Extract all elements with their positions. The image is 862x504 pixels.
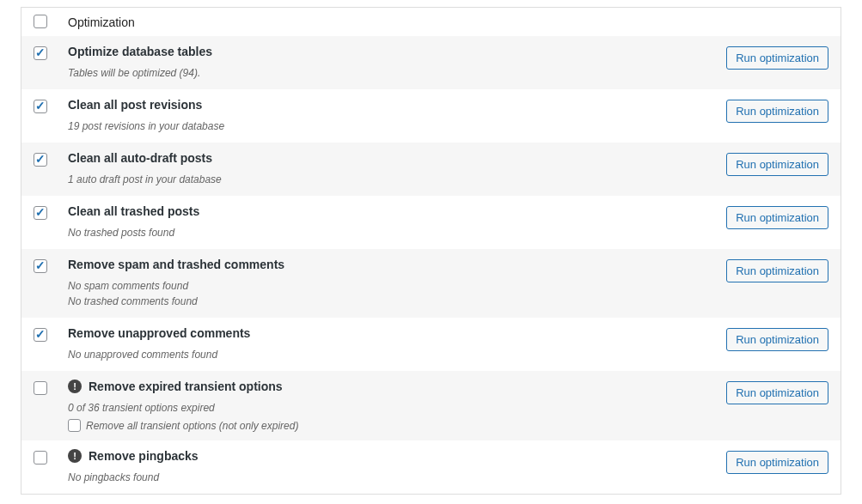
row-title: Optimize database tables [68,45,212,58]
run-optimization-button[interactable]: Run optimization [726,46,828,70]
table-row: Clean all auto-draft posts 1 auto draft … [21,143,841,196]
row-detail: 1 auto draft post in your database [68,172,694,187]
row-title: Remove pingbacks [89,449,199,463]
row-detail: Tables will be optimized (94). [68,65,694,81]
run-optimization-button[interactable]: Run optimization [726,451,828,474]
row-detail: No trashed comments found [68,294,694,309]
table-header: Optimization [21,8,841,36]
run-optimization-button[interactable]: Run optimization [726,381,828,404]
row-checkbox[interactable] [34,381,47,395]
table-row: Optimize database tables Tables will be … [21,36,841,89]
row-title: Remove expired transient options [89,380,283,393]
warning-icon: ! [68,380,82,393]
table-row: Clean all post revisions 19 post revisio… [21,89,841,143]
row-title: Clean all auto-draft posts [68,151,212,165]
warning-icon: ! [68,449,82,463]
run-optimization-button[interactable]: Run optimization [726,328,828,351]
row-detail: 0 of 36 transient options expired [68,400,694,416]
row-checkbox[interactable] [34,46,47,60]
table-row: Remove spam and trashed comments No spam… [21,249,841,318]
table-row: Clean all trashed posts No trashed posts… [21,196,841,249]
run-optimization-button[interactable]: Run optimization [726,259,828,282]
run-optimization-button[interactable]: Run optimization [726,206,828,229]
table-row: ! Remove pingbacks No pingbacks found Ru… [21,440,841,494]
row-title: Remove unapproved comments [68,326,250,340]
row-detail: No trashed posts found [68,225,694,240]
table-row: Remove unapproved comments No unapproved… [21,318,841,371]
row-detail: No pingbacks found [68,470,694,485]
optimization-column-header: Optimization [68,15,135,29]
row-checkbox[interactable] [34,153,47,167]
run-optimization-button[interactable]: Run optimization [726,100,828,123]
remove-all-transient-checkbox[interactable] [68,419,81,432]
row-title: Clean all post revisions [68,98,202,112]
row-detail: No unapproved comments found [68,347,694,362]
row-title: Clean all trashed posts [68,204,199,218]
row-detail: No spam comments found [68,278,694,294]
select-all-checkbox[interactable] [34,15,47,28]
row-title: Remove spam and trashed comments [68,258,284,271]
optimization-table: Optimization Optimize database tables Ta… [21,7,841,495]
row-checkbox[interactable] [34,451,47,465]
row-checkbox[interactable] [34,259,47,273]
row-checkbox[interactable] [34,100,47,113]
row-checkbox[interactable] [34,206,47,220]
table-row: ! Remove expired transient options 0 of … [21,371,841,440]
sub-option-label: Remove all transient options (not only e… [86,420,298,432]
row-detail: 19 post revisions in your database [68,118,694,134]
row-checkbox[interactable] [34,328,47,342]
run-optimization-button[interactable]: Run optimization [726,153,828,176]
